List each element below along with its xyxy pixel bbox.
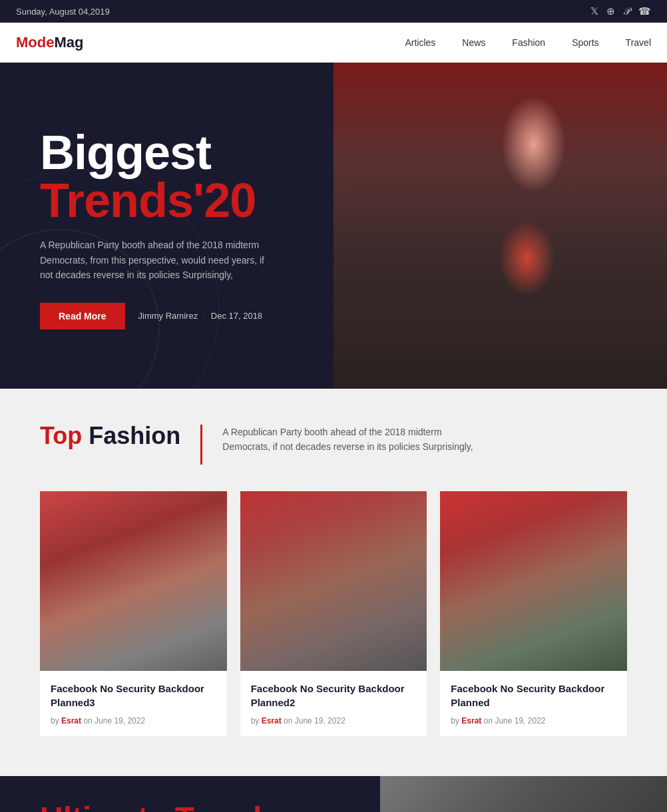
nav-fashion[interactable]: Fashion [512,37,545,48]
logo[interactable]: ModeMag [16,34,83,51]
card-1-meta: by Esrat on June 19, 2022 [51,716,216,725]
nav-travel[interactable]: Travel [626,37,651,48]
section-title-red: Top [40,422,82,449]
card-1-image-bg [40,491,227,671]
card-1-image [40,491,227,671]
skype-icon[interactable]: ☎ [638,5,651,17]
hero-woman-figure [334,63,667,389]
hero-image [334,63,667,389]
section-header: Top Fashion A Republican Party booth ahe… [40,422,627,465]
section-title: Top Fashion [40,422,180,450]
card-3-by: by [451,716,461,725]
logo-dark: Mag [54,34,83,51]
card-2-date: June 19, 2022 [295,716,345,725]
bottom-left: Ultimate Trend Guide [0,776,380,812]
card-1-body: Facebook No Security Backdoor Planned3 b… [40,671,227,736]
card-1-by: by [51,716,61,725]
hero-image-bg [334,63,667,389]
section-title-dark2: Fashion [89,422,180,449]
card-2-body: Facebook No Security Backdoor Planned2 b… [240,671,427,736]
pinterest-icon[interactable]: 𝒫 [623,5,630,17]
nav-articles[interactable]: Articles [405,37,435,48]
section-divider [200,425,202,465]
card-1-title: Facebook No Security Backdoor Planned3 [51,682,216,710]
bottom-right-image [380,776,667,812]
card-3-image-bg [440,491,627,671]
hero-section: Biggest Trends'20 A Republican Party boo… [0,63,667,389]
social-icons: 𝕏 ⊕ 𝒫 ☎ [590,5,651,17]
fashion-cards-grid: Facebook No Security Backdoor Planned3 b… [40,491,627,736]
section-description: A Republican Party booth ahead of the 20… [222,422,475,455]
top-bar: Sunday, August 04,2019 𝕏 ⊕ 𝒫 ☎ [0,0,667,23]
card-2-image-bg [240,491,427,671]
top-bar-date: Sunday, August 04,2019 [16,7,110,17]
bottom-section: Ultimate Trend Guide [0,776,667,812]
card-2-author: Esrat [262,716,282,725]
card-2-title: Facebook No Security Backdoor Planned2 [251,682,417,710]
card-3-meta: by Esrat on June 19, 2022 [451,716,616,725]
fashion-card-3: Facebook No Security Backdoor Planned by… [440,491,627,736]
card-2-on: on [284,716,295,725]
card-1-date: June 19, 2022 [95,716,145,725]
fashion-card-2: Facebook No Security Backdoor Planned2 b… [240,491,427,736]
card-2-by: by [251,716,262,725]
nav-news[interactable]: News [462,37,485,48]
twitter-icon[interactable]: 𝕏 [590,5,598,17]
card-3-author: Esrat [461,716,481,725]
card-3-body: Facebook No Security Backdoor Planned by… [440,671,627,736]
card-3-date: June 19, 2022 [495,716,545,725]
logo-red: Mode [16,34,54,51]
hero-content: Biggest Trends'20 A Republican Party boo… [0,63,334,389]
nav-links: Articles News Fashion Sports Travel [405,37,651,48]
card-2-meta: by Esrat on June 19, 2022 [251,716,417,725]
top-fashion-section: Top Fashion A Republican Party booth ahe… [0,389,667,776]
globe-icon[interactable]: ⊕ [606,5,615,17]
nav-sports[interactable]: Sports [572,37,598,48]
navbar: ModeMag Articles News Fashion Sports Tra… [0,23,667,63]
card-2-image [240,491,427,671]
card-3-on: on [484,716,495,725]
fashion-card-1: Facebook No Security Backdoor Planned3 b… [40,491,227,736]
card-3-title: Facebook No Security Backdoor Planned [451,682,616,710]
card-1-on: on [83,716,95,725]
bottom-title-red: Ultimate Trend [40,803,340,812]
card-1-author: Esrat [61,716,81,725]
card-3-image [440,491,627,671]
bottom-image-bg [380,776,667,812]
